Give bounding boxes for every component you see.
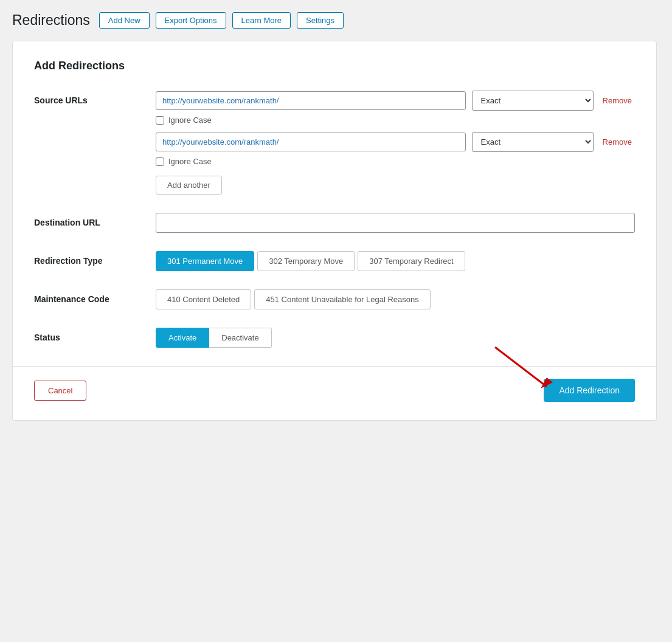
ignore-case-row-2: Ignore Case [156,157,635,166]
footer-actions: Cancel Add Redirection [34,367,635,402]
maintenance-code-row: Maintenance Code 410 Content Deleted 451… [34,289,635,309]
status-buttons: Activate Deactivate [156,328,635,348]
maintenance-code-content: 410 Content Deleted 451 Content Unavaila… [156,289,635,309]
add-redirection-container: Add Redirection [544,379,635,402]
maintenance-code-buttons: 410 Content Deleted 451 Content Unavaila… [156,289,635,309]
add-new-button[interactable]: Add New [99,12,150,29]
redirection-type-label: Redirection Type [34,251,156,271]
code-451-button[interactable]: 451 Content Unavailable for Legal Reason… [254,289,431,309]
destination-url-content [156,213,635,233]
status-row: Status Activate Deactivate [34,328,635,348]
destination-url-label: Destination URL [34,213,156,233]
ignore-case-checkbox-1[interactable] [156,116,164,125]
remove-btn-2[interactable]: Remove [600,137,635,147]
ignore-case-row-1: Ignore Case [156,116,635,125]
destination-url-input[interactable] [156,213,635,233]
type-301-button[interactable]: 301 Permanent Move [156,251,254,271]
code-410-button[interactable]: 410 Content Deleted [156,289,251,309]
redirection-type-row: Redirection Type 301 Permanent Move 302 … [34,251,635,271]
destination-url-row: Destination URL [34,213,635,233]
add-another-button[interactable]: Add another [156,176,222,195]
settings-button[interactable]: Settings [297,12,344,29]
source-url-input-2[interactable] [156,133,466,151]
deactivate-button[interactable]: Deactivate [209,328,271,348]
add-redirections-card: Add Redirections Source URLs Exact Conta… [12,41,657,421]
learn-more-button[interactable]: Learn More [232,12,291,29]
card-title: Add Redirections [34,60,635,72]
source-urls-content: Exact Contains Starts With Ends With Reg… [156,91,635,195]
activate-button[interactable]: Activate [156,328,209,348]
type-302-button[interactable]: 302 Temporary Move [257,251,355,271]
status-content: Activate Deactivate [156,328,635,348]
page-title: Redirections [12,12,90,29]
maintenance-code-label: Maintenance Code [34,289,156,309]
ignore-case-label-2: Ignore Case [168,157,212,166]
match-select-1[interactable]: Exact Contains Starts With Ends With Reg… [472,91,594,111]
cancel-button[interactable]: Cancel [34,381,86,401]
redirection-type-buttons: 301 Permanent Move 302 Temporary Move 30… [156,251,635,271]
svg-line-0 [495,347,547,387]
page-header: Redirections Add New Export Options Lear… [12,12,660,29]
remove-btn-1[interactable]: Remove [600,96,635,105]
type-307-button[interactable]: 307 Temporary Redirect [358,251,465,271]
status-label: Status [34,328,156,348]
ignore-case-label-1: Ignore Case [168,116,212,125]
source-urls-label: Source URLs [34,91,156,195]
ignore-case-checkbox-2[interactable] [156,157,164,166]
source-url-input-1[interactable] [156,91,466,110]
source-url-row-2: Exact Contains Starts With Ends With Reg… [156,132,635,152]
match-select-2[interactable]: Exact Contains Starts With Ends With Reg… [472,132,594,152]
export-options-button[interactable]: Export Options [156,12,226,29]
source-urls-row: Source URLs Exact Contains Starts With E… [34,91,635,195]
redirection-type-content: 301 Permanent Move 302 Temporary Move 30… [156,251,635,271]
add-redirection-button[interactable]: Add Redirection [544,379,635,402]
source-url-row-1: Exact Contains Starts With Ends With Reg… [156,91,635,111]
